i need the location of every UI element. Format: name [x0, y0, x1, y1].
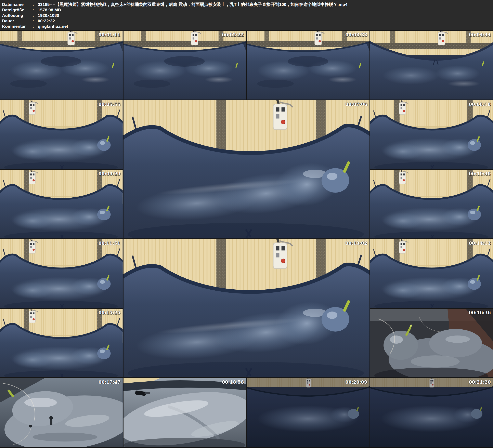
meta-value: 1920x1080	[38, 12, 493, 18]
timestamp-badge: 00:15:25	[99, 310, 121, 315]
video-thumbnail: 00:05:55	[0, 100, 123, 169]
video-thumbnail: 00:17:47	[0, 378, 123, 447]
thumbnail-scene-art	[370, 309, 493, 377]
timestamp-badge: 00:02:22	[222, 32, 244, 37]
thumbnail-scene-art	[370, 31, 493, 100]
timestamp-badge: 00:14:13	[469, 240, 491, 246]
video-thumbnail: 00:08:18	[370, 100, 493, 169]
timestamp-badge: 00:18:58	[222, 379, 244, 385]
thumbnail-scene-art	[0, 309, 123, 377]
thumbnail-scene-art	[370, 100, 493, 169]
thumbnail-scene-art	[123, 378, 246, 447]
timestamp-badge: 00:01:11	[99, 32, 121, 37]
video-thumbnail: 00:11:51	[0, 239, 123, 308]
thumbnail-scene-art	[247, 31, 370, 100]
timestamp-badge: 00:13:02	[345, 240, 367, 246]
timestamp-badge: 00:07:06	[345, 101, 367, 107]
metadata-row: Kommentar : qinglanhua.net	[2, 23, 493, 29]
thumbnail-scene-art	[123, 100, 370, 238]
meta-label: Dauer	[2, 18, 33, 23]
timestamp-badge: 00:20:09	[345, 379, 367, 385]
video-thumbnail: 00:21:20	[370, 378, 493, 447]
video-thumbnail: 00:07:06	[123, 100, 370, 238]
thumbnail-scene-art	[370, 239, 493, 308]
timestamp-badge: 00:04:44	[469, 32, 491, 37]
thumbnail-scene-art	[123, 239, 370, 377]
meta-label: Dateiname	[2, 2, 33, 7]
timestamp-badge: 00:21:20	[469, 379, 491, 385]
video-thumbnail: 00:09:29	[0, 170, 123, 238]
timestamp-badge: 00:10:40	[469, 171, 491, 176]
thumbnail-scene-art	[0, 31, 123, 100]
meta-label: Dateigröße	[2, 7, 33, 12]
metadata-row: Dauer : 00:22:32	[2, 18, 493, 23]
meta-value: qinglanhua.net	[38, 23, 493, 29]
meta-separator: :	[33, 18, 38, 23]
thumbnail-scene-art	[123, 31, 246, 100]
timestamp-badge: 00:03:33	[345, 32, 367, 37]
video-thumbnail: 00:20:09	[247, 378, 370, 447]
video-thumbnail: 00:13:02	[123, 239, 370, 377]
metadata-row: Dateiname : 33185----【黑魔法师】紧缚挣脱挑战，真空床+丝袜…	[2, 2, 493, 7]
thumbnail-scene-art	[370, 378, 493, 447]
meta-separator: :	[33, 7, 38, 12]
timestamp-badge: 00:11:51	[99, 240, 121, 246]
thumbnail-scene-art	[0, 100, 123, 169]
video-thumbnail: 00:03:33	[247, 31, 370, 100]
meta-value: 00:22:32	[38, 18, 493, 23]
video-thumbnail: 00:01:11	[0, 31, 123, 100]
timestamp-badge: 00:16:36	[469, 310, 491, 315]
thumbnail-scene-art	[0, 170, 123, 238]
thumbnail-scene-art	[247, 378, 370, 447]
video-contact-sheet: Dateiname : 33185----【黑魔法师】紧缚挣脱挑战，真空床+丝袜…	[0, 0, 493, 447]
timestamp-badge: 00:08:18	[469, 101, 491, 107]
timestamp-badge: 00:09:29	[99, 171, 121, 176]
video-thumbnail: 00:02:22	[123, 31, 246, 100]
video-thumbnail: 00:15:25	[0, 309, 123, 377]
meta-separator: :	[33, 12, 38, 18]
meta-separator: :	[33, 23, 38, 29]
meta-value: 33185----【黑魔法师】紧缚挣脱挑战，真空床+丝袜睡袋的双重束缚，后庭 震…	[38, 2, 493, 7]
thumbnail-scene-art	[0, 378, 123, 447]
meta-label: Auflösung	[2, 12, 33, 18]
metadata-row: Dateigröße : 1578.98 MB	[2, 7, 493, 12]
meta-separator: :	[33, 2, 38, 7]
video-thumbnail: 00:18:58	[123, 378, 246, 447]
meta-label: Kommentar	[2, 23, 33, 29]
file-metadata-header: Dateiname : 33185----【黑魔法师】紧缚挣脱挑战，真空床+丝袜…	[0, 0, 493, 30]
timestamp-badge: 00:17:47	[99, 379, 121, 385]
video-thumbnail: 00:04:44	[370, 31, 493, 100]
video-thumbnail: 00:14:13	[370, 239, 493, 308]
metadata-row: Auflösung : 1920x1080	[2, 12, 493, 18]
meta-value: 1578.98 MB	[38, 7, 493, 12]
video-thumbnail: 00:16:36	[370, 309, 493, 377]
video-thumbnail: 00:10:40	[370, 170, 493, 238]
thumbnail-scene-art	[0, 239, 123, 308]
thumbnail-grid: 00:01:11 00:02:22 00:03:33 00:04:44 00:0…	[0, 30, 493, 447]
timestamp-badge: 00:05:55	[99, 101, 121, 107]
thumbnail-scene-art	[370, 170, 493, 238]
